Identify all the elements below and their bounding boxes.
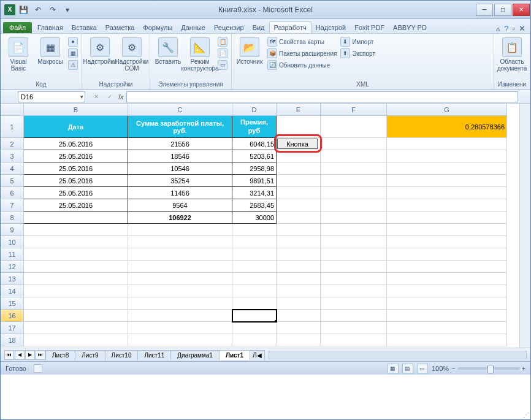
sheet-nav-last[interactable]: ⏭ bbox=[36, 350, 45, 360]
sheet-tab-1[interactable]: Лист9 bbox=[75, 350, 105, 360]
tab-view[interactable]: Вид bbox=[248, 22, 269, 33]
col-header-f[interactable]: F bbox=[321, 104, 387, 116]
cell-f10[interactable] bbox=[321, 236, 387, 248]
tab-home[interactable]: Главная bbox=[33, 22, 67, 33]
file-tab[interactable]: Файл bbox=[3, 22, 32, 33]
cell-e17[interactable] bbox=[277, 322, 321, 334]
cell-c7[interactable]: 9564 bbox=[128, 199, 232, 212]
cell-b18[interactable] bbox=[24, 334, 128, 346]
cell-g1[interactable]: 0,280578366 bbox=[387, 116, 507, 138]
cell-e11[interactable] bbox=[277, 248, 321, 261]
tab-developer[interactable]: Разработч bbox=[269, 21, 311, 33]
cell-e4[interactable] bbox=[277, 162, 321, 175]
cell-c13[interactable] bbox=[128, 273, 232, 285]
cell-f17[interactable] bbox=[321, 322, 387, 334]
cell-e14[interactable] bbox=[277, 285, 321, 297]
cell-c1[interactable]: Сумма заработной платы, руб. bbox=[128, 116, 232, 138]
view-pagebreak-button[interactable]: ▭ bbox=[417, 364, 428, 373]
resize-grip[interactable]: ⋰ bbox=[523, 411, 529, 418]
cell-e16[interactable] bbox=[277, 310, 321, 322]
sheet-nav-first[interactable]: ⏮ bbox=[4, 350, 14, 360]
cell-b11[interactable] bbox=[24, 248, 128, 261]
cell-f5[interactable] bbox=[321, 175, 387, 187]
tab-data[interactable]: Данные bbox=[177, 22, 210, 33]
cell-g9[interactable] bbox=[387, 224, 507, 236]
row-header-17[interactable]: 17 bbox=[1, 322, 24, 334]
cell-g12[interactable] bbox=[387, 261, 507, 273]
macro-record-icon[interactable] bbox=[34, 364, 42, 373]
cell-g10[interactable] bbox=[387, 236, 507, 248]
insert-control-button[interactable]: 🔧Вставить bbox=[153, 36, 183, 66]
cell-c5[interactable]: 35254 bbox=[128, 175, 232, 187]
cell-f11[interactable] bbox=[321, 248, 387, 261]
col-header-b[interactable]: B bbox=[24, 104, 128, 116]
enter-formula-icon[interactable]: ✓ bbox=[105, 92, 115, 102]
cell-b17[interactable] bbox=[24, 322, 128, 334]
cell-c12[interactable] bbox=[128, 261, 232, 273]
cell-c6[interactable]: 11456 bbox=[128, 187, 232, 199]
row-header-7[interactable]: 7 bbox=[1, 199, 24, 212]
ribbon-minimize-icon[interactable]: ▵ bbox=[496, 24, 500, 33]
sheet-tab-2[interactable]: Лист10 bbox=[105, 350, 139, 360]
refresh-data-button[interactable]: 🔄Обновить данные bbox=[266, 59, 338, 71]
cell-d4[interactable]: 2958,98 bbox=[232, 162, 277, 175]
cell-d8[interactable]: 30000 bbox=[232, 212, 277, 224]
qat-save-button[interactable]: 💾 bbox=[17, 3, 30, 17]
cell-c9[interactable] bbox=[128, 224, 232, 236]
cell-e6[interactable] bbox=[277, 187, 321, 199]
sheet-tab-3[interactable]: Лист11 bbox=[137, 350, 171, 360]
qat-undo-button[interactable]: ↶ bbox=[31, 3, 45, 17]
cell-g17[interactable] bbox=[387, 322, 507, 334]
row-header-13[interactable]: 13 bbox=[1, 273, 24, 285]
tab-addins[interactable]: Надстрой bbox=[311, 22, 350, 33]
doc-close-icon[interactable]: ✕ bbox=[519, 24, 525, 33]
control-properties-button[interactable]: 📋 bbox=[216, 36, 229, 47]
sheet-nav-prev[interactable]: ◀ bbox=[15, 350, 25, 360]
cell-f6[interactable] bbox=[321, 187, 387, 199]
cell-b5[interactable]: 25.05.2016 bbox=[24, 175, 128, 187]
cell-g11[interactable] bbox=[387, 248, 507, 261]
cell-g14[interactable] bbox=[387, 285, 507, 297]
row-header-16[interactable]: 16 bbox=[1, 310, 24, 322]
cell-g7[interactable] bbox=[387, 199, 507, 212]
cell-c2[interactable]: 21556 bbox=[128, 138, 232, 150]
row-header-1[interactable]: 1 bbox=[1, 116, 24, 138]
cell-g4[interactable] bbox=[387, 162, 507, 175]
select-all-corner[interactable] bbox=[1, 104, 24, 116]
cell-f12[interactable] bbox=[321, 261, 387, 273]
cell-b7[interactable]: 25.05.2016 bbox=[24, 199, 128, 212]
cell-e8[interactable] bbox=[277, 212, 321, 224]
cell-f9[interactable] bbox=[321, 224, 387, 236]
zoom-level[interactable]: 100% bbox=[432, 365, 449, 372]
row-header-2[interactable]: 2 bbox=[1, 138, 24, 150]
zoom-out-button[interactable]: − bbox=[451, 365, 455, 372]
vertical-scrollbar[interactable] bbox=[519, 104, 530, 348]
cell-f8[interactable] bbox=[321, 212, 387, 224]
zoom-in-button[interactable]: + bbox=[522, 365, 525, 372]
cell-f16[interactable] bbox=[321, 310, 387, 322]
design-mode-button[interactable]: 📐Режим конструктора bbox=[185, 36, 215, 73]
cell-f18[interactable] bbox=[321, 334, 387, 346]
cell-e5[interactable] bbox=[277, 175, 321, 187]
row-header-11[interactable]: 11 bbox=[1, 248, 24, 261]
cell-d14[interactable] bbox=[232, 285, 277, 297]
cell-g2[interactable] bbox=[387, 138, 507, 150]
expansion-packs-button[interactable]: 📦Пакеты расширения bbox=[266, 48, 338, 59]
cell-c10[interactable] bbox=[128, 236, 232, 248]
cell-d11[interactable] bbox=[232, 248, 277, 261]
name-box[interactable]: D16 bbox=[18, 91, 85, 102]
row-header-4[interactable]: 4 bbox=[1, 162, 24, 175]
cell-b14[interactable] bbox=[24, 285, 128, 297]
cell-c8[interactable]: 106922 bbox=[128, 212, 232, 224]
minimize-button[interactable]: ─ bbox=[476, 4, 493, 16]
help-icon[interactable]: ? bbox=[504, 24, 508, 33]
sheet-tab-5[interactable]: Лист1 bbox=[219, 350, 250, 360]
cell-b13[interactable] bbox=[24, 273, 128, 285]
sheet-tab-more[interactable]: Л◀ bbox=[250, 350, 265, 360]
cell-b12[interactable] bbox=[24, 261, 128, 273]
export-button[interactable]: ⬆Экспорт bbox=[339, 48, 376, 59]
cell-d15[interactable] bbox=[232, 297, 277, 310]
maximize-button[interactable]: □ bbox=[494, 4, 511, 16]
zoom-slider[interactable] bbox=[458, 367, 519, 370]
cell-c11[interactable] bbox=[128, 248, 232, 261]
